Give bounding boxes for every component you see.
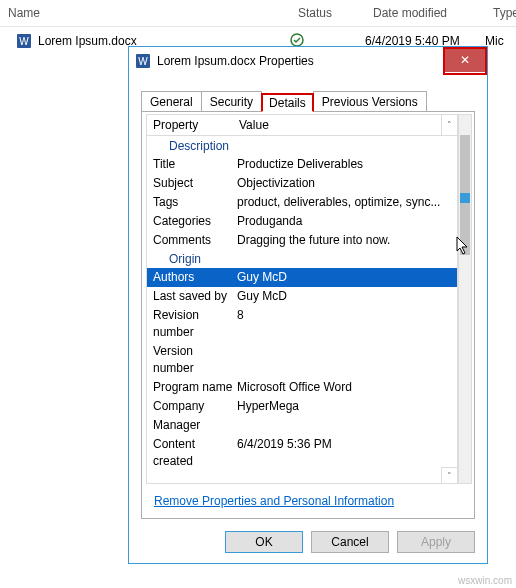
file-name: Lorem Ipsum.docx — [38, 34, 137, 48]
column-status[interactable]: Status — [290, 0, 365, 26]
chevron-up-icon: ˄ — [447, 120, 452, 130]
dialog-titlebar[interactable]: W Lorem Ipsum.docx Properties ✕ — [129, 47, 487, 75]
tab-previous-versions[interactable]: Previous Versions — [313, 91, 427, 112]
row-company[interactable]: CompanyHyperMega — [147, 397, 457, 416]
header-scroll-up[interactable]: ˄ — [441, 115, 457, 135]
header-value[interactable]: Value — [233, 115, 441, 135]
chevron-down-icon: ˅ — [447, 471, 452, 481]
section-description: Description — [147, 137, 457, 155]
scrollbar-accent — [460, 193, 470, 203]
apply-button[interactable]: Apply — [397, 531, 475, 553]
explorer-column-header: Name Status Date modified Type — [0, 0, 516, 27]
tab-general[interactable]: General — [141, 91, 202, 112]
row-version-number[interactable]: Version number — [147, 342, 457, 378]
file-type: Mic — [485, 34, 515, 48]
sync-ok-icon — [290, 33, 304, 47]
row-revision-number[interactable]: Revision number8 — [147, 306, 457, 342]
close-icon: ✕ — [460, 53, 470, 67]
grid-header: Property Value ˄ — [147, 115, 457, 136]
row-subject[interactable]: SubjectObjectivization — [147, 174, 457, 193]
row-program-name[interactable]: Program nameMicrosoft Office Word — [147, 378, 457, 397]
row-content-created[interactable]: Content created6/4/2019 5:36 PM — [147, 435, 457, 467]
remove-properties-link[interactable]: Remove Properties and Personal Informati… — [154, 494, 394, 508]
row-categories[interactable]: CategoriesProduganda — [147, 212, 457, 231]
details-panel: Property Value ˄ Description TitleProduc… — [141, 111, 475, 519]
row-last-saved-by[interactable]: Last saved byGuy McD — [147, 287, 457, 306]
svg-text:W: W — [138, 56, 148, 67]
watermark: wsxwin.com — [458, 575, 512, 586]
row-manager[interactable]: Manager — [147, 416, 457, 435]
tab-details[interactable]: Details — [261, 93, 314, 112]
panel-scrollbar[interactable] — [458, 114, 472, 484]
word-doc-icon: W — [16, 33, 32, 49]
word-doc-icon: W — [135, 53, 151, 69]
row-title[interactable]: TitleProductize Deliverables — [147, 155, 457, 174]
row-tags[interactable]: Tagsproduct, deliverables, optimize, syn… — [147, 193, 457, 212]
header-property[interactable]: Property — [147, 115, 233, 135]
property-grid: Property Value ˄ Description TitleProduc… — [146, 114, 458, 484]
ok-button[interactable]: OK — [225, 531, 303, 553]
svg-text:W: W — [19, 36, 29, 47]
column-type[interactable]: Type — [485, 0, 516, 26]
column-date[interactable]: Date modified — [365, 0, 485, 26]
close-button[interactable]: ✕ — [445, 48, 485, 72]
section-origin: Origin — [147, 250, 457, 268]
row-authors[interactable]: AuthorsGuy McD — [147, 268, 457, 287]
grid-scroll-down[interactable]: ˅ — [441, 467, 457, 483]
properties-dialog: W Lorem Ipsum.docx Properties ✕ General … — [128, 46, 488, 564]
dialog-title: Lorem Ipsum.docx Properties — [157, 54, 445, 68]
cancel-button[interactable]: Cancel — [311, 531, 389, 553]
tab-strip: General Security Details Previous Versio… — [141, 89, 475, 111]
row-comments[interactable]: CommentsDragging the future into now. — [147, 231, 457, 250]
tab-security[interactable]: Security — [201, 91, 262, 112]
column-name[interactable]: Name — [0, 0, 290, 26]
